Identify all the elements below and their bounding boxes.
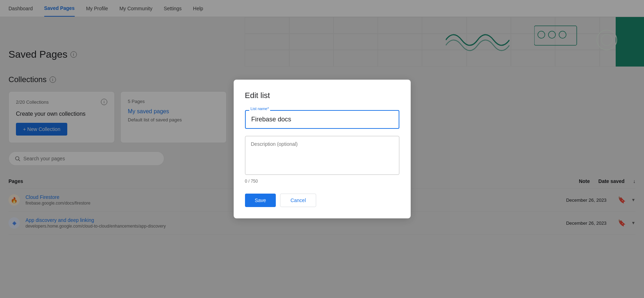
save-button[interactable]: Save [245, 194, 276, 207]
cancel-button[interactable]: Cancel [280, 194, 316, 207]
edit-list-modal: Edit list List name* 0 / 750 Save Cancel [234, 80, 411, 218]
list-name-input[interactable] [245, 110, 399, 129]
modal-overlay: Edit list List name* 0 / 750 Save Cancel [0, 0, 644, 243]
modal-title: Edit list [245, 91, 399, 100]
char-count: 0 / 750 [245, 179, 399, 184]
list-name-field-wrapper: List name* [245, 110, 399, 129]
description-field-wrapper [245, 136, 399, 176]
list-name-label: List name* [249, 107, 270, 111]
modal-buttons: Save Cancel [245, 194, 399, 207]
description-textarea[interactable] [245, 136, 399, 175]
